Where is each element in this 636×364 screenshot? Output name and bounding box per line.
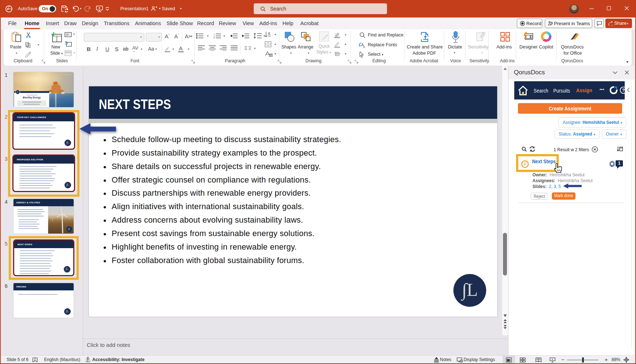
svg-text:?: ?	[622, 88, 625, 93]
svg-text:3: 3	[214, 37, 215, 39]
svg-text:A: A	[268, 32, 270, 36]
svg-text:A: A	[363, 45, 365, 48]
svg-text:P: P	[7, 7, 10, 11]
